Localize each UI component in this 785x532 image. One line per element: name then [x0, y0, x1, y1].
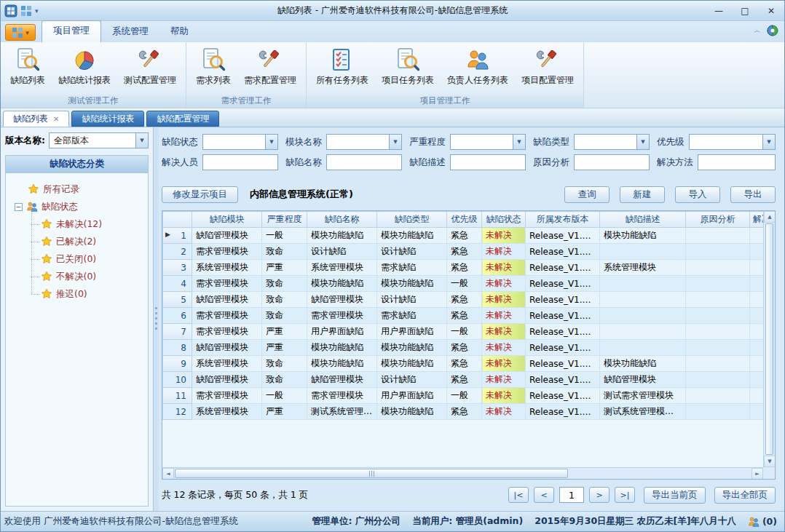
vscrollbar-thumb[interactable] [765, 223, 773, 455]
test-config-button[interactable]: 测试配置管理 [119, 45, 181, 88]
grid-column-header[interactable]: 缺陷类型 [377, 212, 447, 228]
grid-cell[interactable]: 未解决 [482, 228, 526, 244]
grid-cell[interactable]: 需求缺陷 [377, 260, 447, 276]
defect-report-button[interactable]: 缺陷统计报表 [53, 45, 116, 88]
grid-cell[interactable]: 需求管理模块 [192, 308, 262, 324]
grid-row[interactable]: 2需求管理模块致命设计缺陷设计缺陷紧急未解决Release_V1.2.0 [163, 244, 769, 260]
grid-cell[interactable] [600, 292, 686, 308]
grid-cell[interactable]: 严重 [262, 324, 307, 340]
filter-input-solution[interactable] [698, 154, 776, 170]
grid-cell[interactable] [686, 292, 750, 308]
grid-cell[interactable]: 模块功能缺陷 [307, 276, 377, 292]
export-all-pages-button[interactable]: 导出全部页 [714, 487, 776, 504]
doc-tab-defect-config[interactable]: 缺陷配置管理 [146, 111, 219, 127]
grid-cell[interactable]: Release_V1.0.0 [526, 356, 600, 372]
grid-cell[interactable]: 紧急 [447, 404, 482, 420]
chevron-down-icon[interactable]: ▼ [265, 135, 277, 149]
grid-cell[interactable] [686, 244, 750, 260]
grid-cell[interactable]: 系统管理模块 [307, 260, 377, 276]
grid-row[interactable]: 7需求管理模块严重用户界面缺陷用户界面缺陷一般未解决Release_V1.2.0 [163, 324, 769, 340]
grid-column-header[interactable]: 所属发布版本 [526, 212, 600, 228]
grid-cell[interactable]: Release_V1.1.0 [526, 308, 600, 324]
grid-column-header[interactable]: 严重程度 [262, 212, 307, 228]
grid-cell[interactable]: 未解决 [482, 404, 526, 420]
grid-cell[interactable] [600, 276, 686, 292]
sidebar-splitter[interactable] [154, 127, 159, 511]
close-tab-icon[interactable]: ✕ [53, 115, 59, 123]
grid-cell[interactable]: Release_V1.1.0 [526, 388, 600, 404]
grid-row[interactable]: 9系统管理模块致命模块功能缺陷模块功能缺陷紧急未解决Release_V1.0.0… [163, 356, 769, 372]
grid-cell[interactable]: 一般 [447, 276, 482, 292]
row-header[interactable]: 7 [163, 324, 192, 340]
requirement-list-button[interactable]: 需求列表 [191, 45, 236, 88]
filter-input-resolver[interactable] [202, 154, 278, 170]
first-page-button[interactable]: |< [508, 487, 529, 503]
row-header[interactable]: 11 [163, 388, 192, 404]
grid-cell[interactable]: 未解决 [482, 308, 526, 324]
grid-cell[interactable] [686, 260, 750, 276]
grid-cell[interactable] [686, 356, 750, 372]
row-header[interactable]: 3 [163, 260, 192, 276]
last-page-button[interactable]: >| [615, 487, 635, 503]
new-button[interactable]: 新建 [620, 186, 665, 203]
grid-row[interactable]: 5缺陷管理模块致命缺陷管理模块设计缺陷紧急未解决Release_V1.0.0 [163, 292, 769, 308]
grid-cell[interactable]: 缺陷管理模块 [307, 292, 377, 308]
grid-cell[interactable]: Release_V1.0.0 [526, 340, 600, 356]
grid-cell[interactable]: 紧急 [447, 228, 482, 244]
grid-cell[interactable] [686, 372, 750, 388]
grid-cell[interactable]: 一般 [447, 324, 482, 340]
grid-row[interactable]: 4需求管理模块致命模块功能缺陷模块功能缺陷一般未解决Release_V1.0.0 [163, 276, 769, 292]
scroll-up-icon[interactable]: ▲ [764, 211, 776, 223]
grid-cell[interactable] [600, 340, 686, 356]
project-tasks-button[interactable]: 项目任务列表 [376, 45, 439, 88]
tab-system-management[interactable]: 系统管理 [101, 22, 159, 42]
chevron-down-icon[interactable]: ▼ [135, 133, 148, 148]
chevron-down-icon[interactable]: ▼ [762, 135, 775, 149]
grid-cell[interactable] [600, 324, 686, 340]
row-header[interactable]: 10 [163, 372, 192, 388]
import-button[interactable]: 导入 [675, 186, 720, 203]
chevron-down-icon[interactable]: ▼ [389, 135, 401, 149]
grid-cell[interactable]: 紧急 [447, 292, 482, 308]
grid-cell[interactable]: 未解决 [482, 388, 526, 404]
export-current-page-button[interactable]: 导出当前页 [644, 487, 706, 504]
scroll-right-icon[interactable]: ► [752, 468, 763, 480]
grid-cell[interactable]: 模块功能缺陷 [600, 356, 686, 372]
grid-cell[interactable]: 紧急 [447, 356, 482, 372]
grid-cell[interactable]: 紧急 [447, 340, 482, 356]
grid-cell[interactable]: 设计缺陷 [307, 244, 377, 260]
tab-project-management[interactable]: 项目管理 [42, 20, 101, 42]
tree-item[interactable]: 已关闭(0) [9, 250, 145, 268]
grid-column-header[interactable]: 缺陷名称 [307, 212, 377, 228]
grid-cell[interactable]: 缺陷管理模块 [600, 372, 686, 388]
grid-cell[interactable]: 模块功能缺陷 [307, 356, 377, 372]
grid-cell[interactable]: 致命 [262, 372, 307, 388]
row-header[interactable]: 12 [163, 404, 192, 420]
grid-cell[interactable]: 紧急 [447, 260, 482, 276]
grid-cell[interactable]: 一般 [262, 388, 307, 404]
tree-item[interactable]: 未解决(12) [9, 215, 145, 233]
grid-cell[interactable]: 测试系统管理模块... [600, 404, 686, 420]
doc-tab-defect-report[interactable]: 缺陷统计报表 [71, 111, 144, 127]
row-header[interactable]: 9 [163, 356, 192, 372]
grid-cell[interactable]: 缺陷管理模块 [192, 340, 262, 356]
row-header[interactable]: ▶1 [163, 228, 192, 244]
row-header[interactable]: 8 [163, 340, 192, 356]
grid-cell[interactable]: 缺陷管理模块 [192, 228, 262, 244]
vertical-scrollbar[interactable]: ▲ ▼ [763, 211, 775, 467]
grid-cell[interactable]: 设计缺陷 [377, 244, 447, 260]
grid-cell[interactable]: 致命 [262, 308, 307, 324]
grid-cell[interactable]: 模块功能缺陷 [377, 356, 447, 372]
grid-row[interactable]: 3系统管理模块严重系统管理模块需求缺陷紧急未解决Release_V1.2.0系统… [163, 260, 769, 276]
grid-cell[interactable]: 未解决 [482, 244, 526, 260]
grid-cell[interactable]: 致命 [262, 244, 307, 260]
grid-cell[interactable]: 系统管理模块 [192, 404, 262, 420]
grid-cell[interactable]: 模块功能缺陷 [307, 228, 377, 244]
filter-input-defect-description[interactable] [450, 154, 526, 170]
grid-cell[interactable]: 设计缺陷 [377, 292, 447, 308]
grid-row[interactable]: ▶1缺陷管理模块一般模块功能缺陷模块功能缺陷紧急未解决Release_V1.2.… [163, 228, 769, 244]
about-icon[interactable] [767, 25, 778, 36]
grid-cell[interactable]: 需求管理模块 [192, 324, 262, 340]
grid-cell[interactable]: 需求管理模块 [192, 276, 262, 292]
grid-cell[interactable] [686, 276, 750, 292]
